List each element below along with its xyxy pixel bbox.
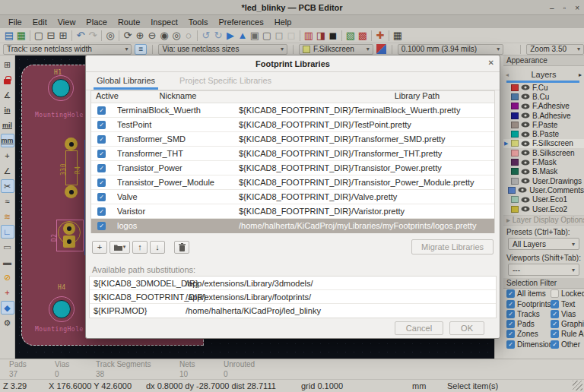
curved-ratsnest-icon[interactable]: ≈ <box>1 194 14 209</box>
filter-zones[interactable]: ✓Zones <box>506 329 551 339</box>
layer-row-f-silkscreen[interactable]: ▶F.Silkscreen <box>503 139 584 148</box>
resistor-pad-1[interactable] <box>65 138 78 150</box>
undo-icon[interactable]: ↶ <box>75 30 87 42</box>
library-row[interactable]: ✓logos/home/halherta/KiCadProj/myLibrari… <box>91 219 494 233</box>
visibility-eye-icon[interactable] <box>521 160 530 166</box>
menu-file[interactable]: File <box>3 17 27 27</box>
layer-color-swatch[interactable] <box>511 150 519 156</box>
dialog-close-icon[interactable]: ✕ <box>488 58 494 67</box>
find-icon[interactable]: ◎ <box>104 30 116 42</box>
layer-color-swatch[interactable] <box>511 122 519 128</box>
minimize-button[interactable]: – <box>550 4 554 12</box>
footprint-checker-icon[interactable]: ◨ <box>315 30 327 42</box>
filter-graphics[interactable]: ✓Graphics <box>551 319 584 329</box>
cross-probe-icon[interactable]: ✚ <box>374 30 386 42</box>
layer-color-swatch[interactable] <box>511 178 519 185</box>
visibility-eye-icon[interactable] <box>521 197 530 203</box>
visibility-eye-icon[interactable] <box>521 122 530 128</box>
menu-edit[interactable]: Edit <box>27 17 52 27</box>
resize-grip[interactable] <box>573 381 582 390</box>
filter-checkbox[interactable]: ✓ <box>551 320 559 328</box>
properties-tools-icon[interactable]: ⚙ <box>1 315 14 330</box>
filter-rule-areas[interactable]: ✓Rule Areas <box>551 329 584 339</box>
presets-dropdown[interactable]: All Layers ▾ <box>508 238 579 250</box>
via-size-dropdown[interactable]: Via: use netclass sizes ▾ <box>158 44 287 55</box>
layer-color-swatch[interactable] <box>511 140 519 147</box>
redo-icon[interactable]: ↷ <box>87 30 99 42</box>
menu-help[interactable]: Help <box>269 17 297 27</box>
net-highlight-icon[interactable]: ≋ <box>1 209 14 224</box>
layer-color-swatch[interactable] <box>511 168 519 175</box>
print-icon[interactable]: ⊟ <box>45 30 57 42</box>
browse-library-button[interactable]: ▾ <box>110 241 130 254</box>
layer-row-user-eco2[interactable]: User.Eco2 <box>503 204 584 213</box>
filter-checkbox[interactable]: ✓ <box>506 300 515 308</box>
tab-layers[interactable]: Layers <box>511 70 576 79</box>
layer-row-f-mask[interactable]: F.Mask <box>503 157 584 166</box>
filter-other[interactable]: ✓Other <box>551 340 584 349</box>
rotate-ccw-icon[interactable]: ↺ <box>200 30 212 42</box>
active-layer-dropdown[interactable]: F.Silkscreen ▾ <box>299 44 373 55</box>
layer-color-swatch[interactable] <box>511 196 519 203</box>
ungroup-icon[interactable]: ▢ <box>261 30 273 42</box>
units-mils-icon[interactable]: mil <box>1 118 14 133</box>
update-footprints-icon[interactable]: ▩ <box>357 30 369 42</box>
menu-preferences[interactable]: Preferences <box>213 17 268 27</box>
menu-view[interactable]: View <box>52 17 81 27</box>
led-pad-2[interactable] <box>63 236 75 248</box>
layer-row-user-comments[interactable]: User.Comments <box>503 185 584 194</box>
active-checkbox[interactable]: ✓ <box>97 222 106 230</box>
filter-checkbox[interactable]: ✓ <box>551 330 559 338</box>
3d-viewer-icon[interactable]: ◼ <box>327 30 339 42</box>
filter-checkbox[interactable]: ✓ <box>506 320 515 328</box>
layer-color-swatch[interactable] <box>511 93 519 100</box>
visibility-eye-icon[interactable] <box>518 187 527 193</box>
layer-color-swatch[interactable] <box>511 112 519 119</box>
layer-row-f-cu[interactable]: F.Cu <box>503 83 584 92</box>
tab-scroll-left-icon[interactable]: ◂ <box>503 71 511 78</box>
library-row[interactable]: ✓Transistor_Power_Module${KICAD8_FOOTPRI… <box>91 175 494 190</box>
layer-row-user-drawings[interactable]: User.Drawings <box>503 176 584 185</box>
filter-checkbox[interactable] <box>551 289 559 298</box>
maximize-button[interactable]: ▫ <box>563 4 567 12</box>
layer-color-swatch[interactable] <box>511 131 519 138</box>
zoom-selection-icon[interactable]: ◎ <box>170 30 182 42</box>
units-inches-icon[interactable]: in <box>1 103 14 118</box>
layer-color-swatch[interactable] <box>511 159 519 166</box>
filter-checkbox[interactable]: ✓ <box>506 310 515 318</box>
filter-pads[interactable]: ✓Pads <box>506 319 551 329</box>
visibility-eye-icon[interactable] <box>521 93 530 100</box>
viewports-dropdown[interactable]: --- ▾ <box>508 264 579 276</box>
rotate-cw-icon[interactable]: ↻ <box>212 30 224 42</box>
layer-row-b-mask[interactable]: B.Mask <box>503 167 584 176</box>
page-settings-icon[interactable]: ▢ <box>33 30 45 42</box>
visibility-eye-icon[interactable] <box>521 178 530 184</box>
layer-row-b-paste[interactable]: B.Paste <box>503 129 584 138</box>
visibility-eye-icon[interactable] <box>521 141 530 147</box>
filter-checkbox[interactable]: ✓ <box>551 340 559 349</box>
zoom-in-icon[interactable]: ⊕ <box>134 30 146 42</box>
mounting-hole-h4[interactable] <box>52 300 71 318</box>
active-checkbox[interactable]: ✓ <box>97 150 106 158</box>
library-row[interactable]: ✓Transistor_Power${KICAD8_FOOTPRINT_DIR}… <box>91 161 494 175</box>
active-checkbox[interactable]: ✓ <box>97 207 106 216</box>
scripting-console-icon[interactable]: ▦ <box>392 30 404 42</box>
polar-coords-icon[interactable]: ∠ <box>1 163 14 179</box>
units-mm-icon[interactable]: mm <box>1 134 14 147</box>
menu-route[interactable]: Route <box>113 17 145 27</box>
via-display-icon[interactable]: + <box>1 285 14 300</box>
active-checkbox[interactable]: ✓ <box>97 193 106 201</box>
ok-button[interactable]: OK <box>449 321 484 335</box>
layer-row-b-adhesive[interactable]: B.Adhesive <box>503 111 584 120</box>
layer-row-user-eco1[interactable]: User.Eco1 <box>503 195 584 204</box>
library-row[interactable]: ✓Transformer_SMD${KICAD8_FOOTPRINT_DIR}/… <box>91 132 494 147</box>
zoom-dropdown[interactable]: Zoom 3.50 ▾ <box>526 44 584 55</box>
filter-text[interactable]: ✓Text <box>551 299 584 308</box>
filter-footprints[interactable]: ✓Footprints <box>506 299 551 308</box>
migrate-libraries-button[interactable]: Migrate Libraries <box>411 239 494 254</box>
close-button[interactable]: × <box>575 4 579 12</box>
active-checkbox[interactable]: ✓ <box>97 106 106 115</box>
grid-visibility-icon[interactable]: ⊞ <box>1 57 14 72</box>
flip-horizontal-icon[interactable]: ▶ <box>224 30 236 42</box>
zone-outline-icon[interactable]: ▭ <box>1 239 14 254</box>
